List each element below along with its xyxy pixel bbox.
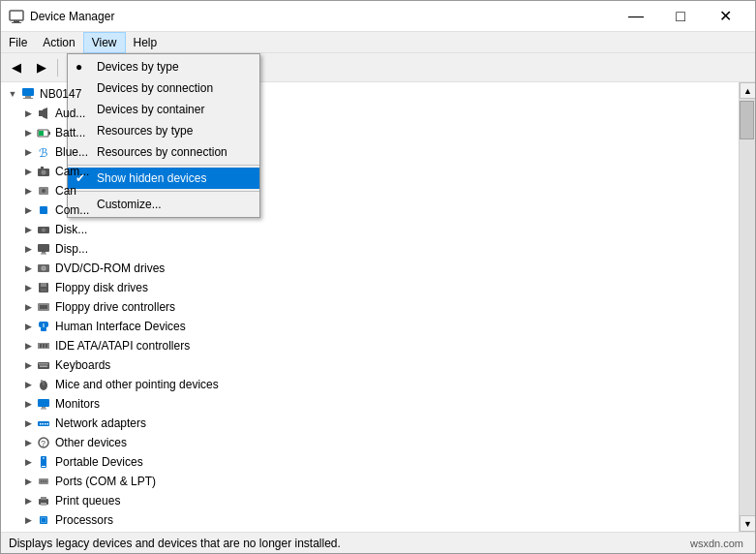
window-controls: — □ ✕ [614,1,747,32]
label-mice: Mice and other pointing devices [55,378,219,391]
tree-item-hid[interactable]: ▶ Human Interface Devices [1,317,739,336]
scroll-down-btn[interactable]: ▼ [740,515,755,532]
label-portable: Portable Devices [55,455,143,469]
icon-floppy [36,280,51,295]
tree-item-ide[interactable]: ▶ IDE ATA/ATAPI controllers [1,336,739,355]
svg-rect-48 [41,380,43,383]
icon-display [36,241,51,257]
svg-rect-29 [41,289,46,292]
toolbar-forward-btn[interactable]: ▶ [30,56,53,79]
tree-item-comp[interactable]: ▶ Com... [1,200,739,220]
label-floppy: Floppy disk drives [55,281,148,294]
label-processors: Processors [55,513,113,527]
device-manager-window: Device Manager — □ ✕ File Action View He… [0,0,756,554]
svg-rect-17 [40,206,47,214]
icon-floppy-ctrl [36,299,51,315]
tree-view[interactable]: ▼ NB0147 ▶ Aud... [1,82,739,532]
tree-item-other[interactable]: ▶ ? Other devices [1,433,739,452]
arrow-bluetooth: ▶ [20,144,36,160]
main-content: ▼ NB0147 ▶ Aud... [1,82,755,532]
svg-rect-49 [38,399,49,407]
arrow-other: ▶ [20,435,36,450]
svg-rect-45 [40,366,47,368]
icon-audio [36,106,51,121]
svg-text:?: ? [41,439,45,448]
tree-item-ports[interactable]: ▶ Ports (COM & LPT) [1,472,739,491]
label-display: Disp... [55,242,88,256]
menu-devices-by-type[interactable]: ● Devices by type [68,56,259,77]
tree-item-mice[interactable]: ▶ Mice and other pointing devices [1,375,739,394]
tree-item-disk[interactable]: ▶ Disk... [1,220,739,239]
label-audio: Aud... [55,107,85,120]
minimize-button[interactable]: — [614,1,658,32]
toolbar-back-btn[interactable]: ◀ [5,56,28,79]
svg-point-20 [43,230,44,231]
close-button[interactable]: ✕ [703,1,747,32]
tree-item-display[interactable]: ▶ Disp... [1,239,739,259]
label-can: Can [55,184,76,198]
label-other: Other devices [55,436,127,449]
arrow-display: ▶ [20,241,36,257]
menu-file[interactable]: File [1,32,35,53]
status-right: wsxdn.com [690,538,747,549]
svg-rect-3 [22,88,34,96]
tree-item-print[interactable]: ▶ Print queues [1,491,739,510]
scroll-track[interactable] [740,99,755,515]
label-comp: Com... [55,203,89,217]
svg-rect-64 [43,480,44,482]
svg-point-16 [42,189,45,193]
svg-rect-63 [41,480,42,482]
svg-rect-6 [39,110,43,116]
svg-rect-33 [41,327,46,331]
menu-bar: File Action View Help ● Devices by type … [1,32,755,53]
maximize-button[interactable]: □ [658,1,703,32]
menu-view[interactable]: View [83,32,126,53]
label-hid: Human Interface Devices [55,320,186,333]
svg-rect-61 [42,466,45,467]
tree-item-keyboards[interactable]: ▶ Keyboards [1,355,739,375]
label-network: Network adapters [55,416,146,430]
tree-item-dvd[interactable]: ▶ DVD/CD-ROM drives [1,259,739,278]
tree-item-camera[interactable]: ▶ Cam... [1,162,739,181]
arrow-ide: ▶ [20,338,36,354]
svg-rect-67 [41,497,46,500]
arrow-print: ▶ [20,493,36,508]
tree-item-root[interactable]: ▼ NB0147 [1,84,739,104]
tree-item-processors[interactable]: ▶ Processors [1,510,739,530]
label-root: NB0147 [40,87,81,101]
scroll-thumb[interactable] [740,101,754,139]
label-monitors: Monitors [55,397,100,411]
svg-rect-2 [12,22,21,23]
label-floppy-ctrl: Floppy drive controllers [55,300,175,314]
svg-rect-53 [40,423,42,425]
menu-action[interactable]: Action [35,32,82,53]
vertical-scrollbar[interactable]: ▲ ▼ [739,82,755,532]
tree-item-floppy-ctrl[interactable]: ▶ Floppy drive controllers [1,297,739,317]
tree-item-security[interactable]: ▶ Security devices [1,530,739,532]
svg-rect-23 [41,254,46,255]
label-dvd: DVD/CD-ROM drives [55,262,165,275]
svg-rect-22 [42,252,45,254]
tree-item-network[interactable]: ▶ Network adapters [1,414,739,433]
tree-item-monitors[interactable]: ▶ Monitors [1,394,739,414]
label-print: Print queues [55,494,120,508]
svg-text:ℬ: ℬ [39,146,47,159]
tree-item-bluetooth[interactable]: ▶ ℬ Blue... [1,142,739,162]
svg-rect-55 [45,423,46,425]
svg-rect-5 [23,98,33,99]
tree-item-floppy[interactable]: ▶ Floppy disk drives [1,278,739,297]
icon-ide [36,338,51,354]
svg-rect-41 [41,363,43,365]
tree-item-audio[interactable]: ▶ Aud... [1,104,739,123]
tree-item-can[interactable]: ▶ Can [1,181,739,200]
svg-rect-68 [41,503,46,506]
svg-rect-71 [42,518,45,522]
arrow-portable: ▶ [20,454,36,470]
tree-item-portable[interactable]: ▶ Portable Devices [1,452,739,472]
menu-help[interactable]: Help [126,32,166,53]
scroll-up-btn[interactable]: ▲ [740,82,755,99]
tree-item-battery[interactable]: ▶ Batt... [1,123,739,142]
label-ports: Ports (COM & LPT) [55,475,156,488]
icon-battery [36,125,51,140]
arrow-ports: ▶ [20,474,36,489]
